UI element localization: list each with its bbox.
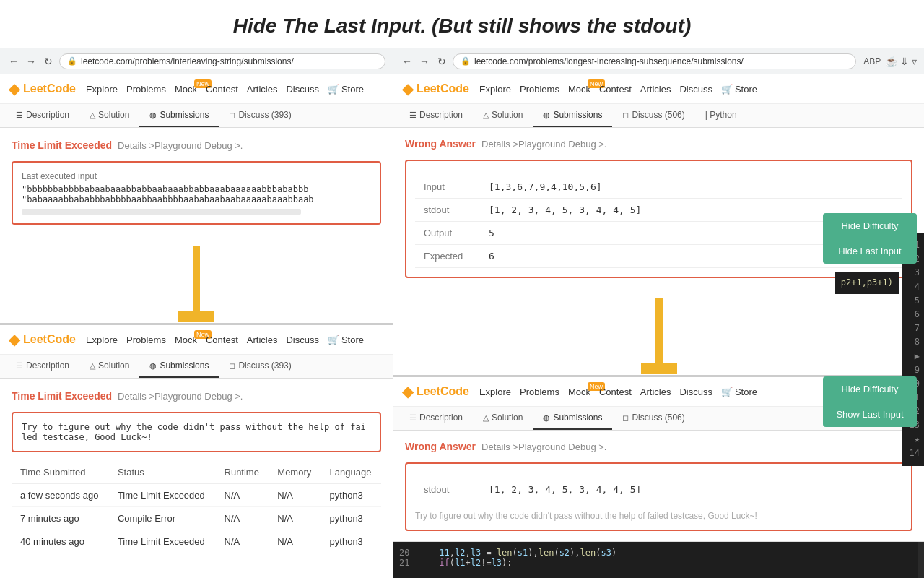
submissions-table: Time Submitted Status Runtime Memory Lan… [12,461,381,553]
tab-desc-rb[interactable]: ☰ Description [399,407,473,430]
right-top-url-bar[interactable]: 🔒 leetcode.com/problems/longest-increasi… [453,53,856,69]
tab-discuss-2[interactable]: ◻ Discuss (393) [219,355,301,378]
right-panel: ← → ↻ 🔒 leetcode.com/problems/longest-in… [393,48,924,578]
nav-discuss-2[interactable]: Discuss [286,335,319,345]
refresh-button-r[interactable]: ↻ [435,55,448,68]
tab-description[interactable]: ☰ Description [6,104,79,127]
cell-time: 40 minutes ago [12,530,109,553]
desc-icon-rt: ☰ [409,111,417,120]
nav-explore-2[interactable]: Explore [86,335,118,345]
nav-articles[interactable]: Articles [247,84,278,95]
nav-contest-rt[interactable]: Contest [599,84,632,95]
nav-problems-rt[interactable]: Problems [520,84,559,95]
ln-8: 8 ▶ [907,335,920,363]
nav-mock[interactable]: Mock [175,84,197,95]
right-bottom-details-link[interactable]: Details > [481,441,518,452]
nav-explore-rb[interactable]: Explore [479,387,511,397]
nav-store-rb[interactable]: 🛒 Store [721,387,757,397]
lc-logo-rt[interactable]: ◆ LeetCode [402,80,469,98]
cell-status[interactable]: Time Limit Exceeded [109,484,216,507]
back-button[interactable]: ← [7,55,20,68]
tab-disc-rt[interactable]: ◻ Discuss (506) [612,104,694,127]
tab-submissions-2[interactable]: ◍ Submissions [139,355,219,378]
logo-text: LeetCode [23,82,76,95]
right-top-playground-link[interactable]: Playground Debug >. [518,139,607,150]
nav-mock-2[interactable]: Mock [175,335,197,345]
tab-sol-rt[interactable]: △ Solution [473,104,533,127]
nav-discuss-rt[interactable]: Discuss [679,84,712,95]
tab-desc-rt[interactable]: ☰ Description [399,104,473,127]
show-last-input-btn-2[interactable]: Show Last Input [823,402,917,427]
right-bottom-playground-link[interactable]: Playground Debug >. [518,441,607,452]
ln-9: 9 [907,363,920,377]
nav-explore-rt[interactable]: Explore [479,84,511,95]
nav-store[interactable]: 🛒 Store [328,84,364,95]
cell-status[interactable]: Time Limit Exceeded [109,530,216,553]
left-bottom-details-link[interactable]: Details > [118,391,154,402]
tab-discuss[interactable]: ◻ Discuss (393) [219,104,301,127]
logo-icon-rb: ◆ [402,383,413,400]
left-top-url-bar[interactable]: 🔒 leetcode.com/problems/interleaving-str… [59,53,385,69]
tab-solution-2[interactable]: △ Solution [79,355,139,378]
left-top-details-link[interactable]: Details > [118,140,154,151]
right-top-details-link[interactable]: Details > [481,139,518,150]
store-icon-rb: 🛒 [721,387,733,397]
nav-store-rt[interactable]: 🛒 Store [721,84,757,95]
code-scrollbar[interactable] [918,542,924,578]
nav-mock-rb[interactable]: Mock [568,387,590,397]
disc-icon-2: ◻ [229,361,235,371]
right-top-tabs: ☰ Description △ Solution ◍ Submissions ◻… [393,104,924,128]
tab-disc-label-rt: Discuss (506) [632,110,684,120]
code-editor[interactable]: 20 11,l2,l3 = len(s1),len(s2),len(s3) 21… [393,542,924,578]
nav-problems-2[interactable]: Problems [126,335,166,345]
leetcode-logo-2[interactable]: ◆ LeetCode [9,331,76,348]
forward-button[interactable]: → [25,55,38,68]
cell-status[interactable]: Compile Error [109,507,216,530]
tab-sub-rt[interactable]: ◍ Submissions [533,104,612,127]
nav-contest-rb[interactable]: Contest [599,387,632,397]
tab-desc-label-rt: Description [419,110,463,120]
nav-problems[interactable]: Problems [126,84,166,95]
tab-sub-rb[interactable]: ◍ Submissions [533,407,612,430]
lc-logo-rb[interactable]: ◆ LeetCode [402,383,469,400]
right-bottom-box: stdout [1, 2, 3, 4, 5, 3, 4, 4, 5] Try t… [405,462,912,531]
cell-runtime: N/A [216,530,269,553]
tab-description-2[interactable]: ☰ Description [6,355,79,378]
nav-explore[interactable]: Explore [86,84,118,95]
back-button-r[interactable]: ← [401,55,414,68]
hide-last-input-btn-1[interactable]: Hide Last Input [823,238,917,264]
nav-problems-rb[interactable]: Problems [520,387,559,397]
right-bottom-status: Wrong Answer [405,441,476,452]
tab-python-rt[interactable]: | Python [695,104,747,127]
nav-contest-2[interactable]: Contest [206,335,238,345]
left-top-tabs: ☰ Description △ Solution ◍ Submissions ◻… [0,104,393,128]
tab-sol-label-rt: Solution [492,110,523,120]
tab-submissions[interactable]: ◍ Submissions [139,104,219,127]
tab-solution[interactable]: △ Solution [79,104,139,127]
tab-disc-label-rb: Discuss (506) [632,413,684,423]
nav-articles-2[interactable]: Articles [247,335,278,345]
nav-discuss-rb[interactable]: Discuss [679,387,712,397]
right-top-url-text: leetcode.com/problems/longest-increasing… [474,56,744,66]
nav-mock-rt[interactable]: Mock [568,84,590,95]
refresh-button[interactable]: ↻ [42,55,55,68]
nav-contest[interactable]: Contest [206,84,238,95]
logo-text-2: LeetCode [23,333,76,346]
hide-difficulty-btn-2[interactable]: Hide Difficulty [823,376,917,402]
tab-disc-rb[interactable]: ◻ Discuss (506) [612,407,694,430]
nav-discuss[interactable]: Discuss [286,84,319,95]
left-bottom-playground-link[interactable]: Playground Debug >. [154,391,243,402]
sub-icon-2: ◍ [149,361,157,371]
nav-articles-rb[interactable]: Articles [640,387,671,397]
tab-sol-label-2: Solution [98,361,129,371]
wa-value: [1,3,6,7,9,4,10,5,6] [480,176,902,199]
tab-sol-rb[interactable]: △ Solution [473,407,533,430]
forward-button-r[interactable]: → [418,55,431,68]
hide-difficulty-btn-1[interactable]: Hide Difficulty [823,213,917,238]
left-top-playground-link[interactable]: Playground Debug >. [154,140,243,151]
leetcode-logo[interactable]: ◆ LeetCode [9,80,76,98]
nav-store-2[interactable]: 🛒 Store [328,335,364,345]
lock-icon: 🔒 [67,56,77,66]
nav-articles-rt[interactable]: Articles [640,84,671,95]
discuss-icon: ◻ [229,111,235,120]
